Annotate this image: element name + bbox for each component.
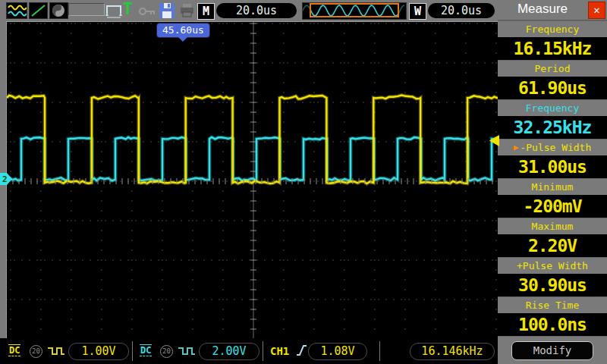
measure-item[interactable]: ▶Frequency 16.15kHz — [498, 20, 607, 60]
ch1-bandwidth-badge: 20 — [30, 345, 42, 358]
pulse-measure-icon[interactable] — [105, 2, 122, 23]
measure-value: 31.00us — [498, 155, 607, 178]
selected-arrow-icon: ▶ — [514, 143, 519, 152]
measure-label: Minimum — [532, 181, 574, 193]
measure-item[interactable]: ▶Frequency 32.25kHz — [498, 99, 607, 139]
waveform-display: 45.60us — [6, 21, 499, 340]
ch2-marker-label: 2 — [2, 174, 8, 184]
save-icon[interactable] — [159, 2, 175, 22]
channel-waves-icon[interactable] — [6, 2, 27, 19]
window-zone-box[interactable] — [310, 3, 399, 17]
ch2-position-marker[interactable]: 2 — [0, 173, 12, 186]
strip-dim-left — [303, 3, 310, 19]
measure-value: -200mV — [498, 195, 607, 218]
measure-value: 16.15kHz — [498, 37, 607, 60]
ch2-coupling-badge: DC — [140, 344, 152, 356]
horizontal-position-strip[interactable] — [302, 2, 407, 20]
status-divider — [132, 341, 133, 361]
pulse-measure-glyph — [105, 2, 122, 20]
measure-label: Frequency — [526, 102, 579, 114]
modify-area: Modify — [498, 336, 607, 364]
measure-label: +Pulse Width — [517, 260, 588, 271]
measure-item[interactable]: ▶Minimum -200mV — [498, 178, 607, 218]
measure-item[interactable]: ▶+Pulse Width 30.90us — [498, 257, 607, 297]
measure-value: 32.25kHz — [498, 116, 607, 139]
measure-label: Rise Time — [526, 300, 579, 311]
key-glyph — [139, 6, 156, 17]
measure-label: Maximum — [532, 221, 574, 232]
waveform-canvas — [7, 22, 498, 339]
trigger-slope-icon — [296, 343, 307, 361]
toolbar-empty-slot — [68, 3, 105, 16]
trigger-level-marker[interactable] — [489, 135, 499, 146]
measure-panel-title: Measure — [498, 2, 587, 17]
measure-item[interactable]: ▶Rise Time 100.0ns — [498, 297, 607, 336]
floppy-glyph — [159, 2, 175, 19]
measure-value: 61.90us — [498, 77, 607, 99]
key-lock-icon[interactable] — [139, 5, 156, 20]
measure-item[interactable]: ▶Maximum 2.20V — [498, 218, 607, 257]
line-glyph — [30, 3, 47, 18]
display-mode-glyph — [50, 3, 68, 18]
ch1-scale-value[interactable]: 1.00V — [68, 343, 129, 360]
ch2-wave-type-icon — [178, 345, 196, 359]
measure-item[interactable]: ▶-Pulse Width 31.00us — [498, 139, 607, 178]
trigger-position-tag[interactable]: 45.60us — [156, 23, 210, 38]
measure-panel-header: Measure ✕ — [498, 0, 607, 20]
ch1-coupling-badge: DC — [8, 344, 20, 356]
channel-waves-glyph — [7, 3, 27, 18]
status-divider — [379, 341, 380, 361]
frequency-counter-value: 16.146kHz — [410, 343, 495, 360]
measure-panel: Measure ✕ ▶Frequency 16.15kHz ▶Period 61… — [498, 0, 607, 364]
status-bar: DC 20 1.00V DC 20 2.00V CH1 1.08V 16.146… — [0, 338, 498, 364]
trigger-source-label: CH1 — [270, 345, 289, 357]
close-icon[interactable]: ✕ — [588, 2, 605, 19]
ch2-bandwidth-badge: 20 — [160, 345, 173, 358]
measure-label: Period — [535, 63, 571, 74]
window-timebase-value: 20.0us — [428, 3, 495, 18]
trigger-level-value[interactable]: 1.08V — [308, 343, 367, 360]
measure-value: 100.0ns — [498, 313, 607, 336]
top-toolbar: T M 20.0us — [0, 0, 498, 21]
ch2-scale-value[interactable]: 2.00V — [199, 343, 259, 360]
ch1-wave-type-icon — [47, 345, 65, 359]
draw-line-icon[interactable] — [29, 2, 48, 19]
measure-label: -Pulse Width — [520, 142, 591, 153]
measure-value: 30.90us — [498, 274, 607, 297]
ch2-marker-arrow-icon: 2 — [0, 173, 12, 186]
status-divider — [263, 341, 263, 361]
modify-button[interactable]: Modify — [511, 341, 593, 360]
oscilloscope-screen: T M 20.0us — [0, 0, 607, 364]
measure-label: Frequency — [526, 24, 579, 35]
measure-value: 2.20V — [498, 234, 607, 257]
trigger-t-icon[interactable]: T — [123, 0, 133, 18]
measure-item[interactable]: ▶Period 61.90us — [498, 60, 607, 99]
window-timebase-label: W — [409, 3, 426, 20]
main-timebase-label: M — [197, 3, 215, 20]
print-icon[interactable] — [179, 3, 195, 21]
printer-glyph — [179, 3, 195, 18]
strip-dim-right — [399, 3, 404, 19]
trigger-level-arrow-icon — [489, 135, 499, 146]
main-timebase-value: 20.0us — [216, 3, 297, 18]
display-mode-icon[interactable] — [49, 2, 68, 19]
